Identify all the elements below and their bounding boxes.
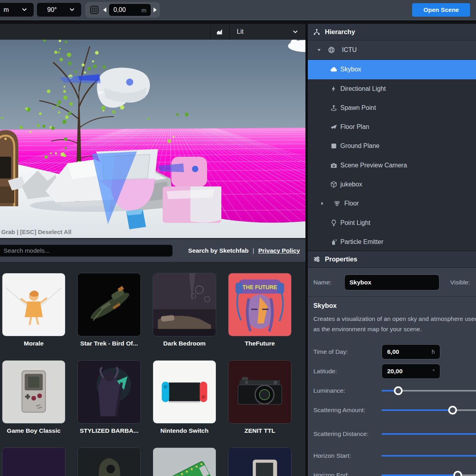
model-thumbnail-circuitboard[interactable] xyxy=(153,447,216,476)
slider-row-horizon-end: Horizon End: xyxy=(313,468,476,476)
cloud-icon xyxy=(330,66,338,73)
slider-track[interactable] xyxy=(382,409,476,411)
field-input-latitude[interactable]: 20,00 ° xyxy=(382,364,440,379)
camera-icon xyxy=(330,161,338,169)
rotation-snap-dropdown[interactable]: 90° xyxy=(36,2,82,17)
slider-track[interactable] xyxy=(382,390,476,392)
step-decrease-arrow[interactable] xyxy=(103,8,106,12)
name-input[interactable]: Skybox xyxy=(344,274,440,290)
model-thumbnail-gameboy[interactable] xyxy=(2,360,65,424)
slider-track[interactable] xyxy=(382,455,476,457)
field-label: Latitude: xyxy=(313,368,382,375)
hierarchy-item-spawn-point[interactable]: Spawn Point xyxy=(308,98,476,117)
model-thumbnail-zenit[interactable] xyxy=(228,360,292,424)
hierarchy-item-label: Floor xyxy=(344,200,359,207)
slider-thumb[interactable] xyxy=(394,386,403,395)
hierarchy-item-label: Floor Plan xyxy=(340,123,369,131)
blue-box-model[interactable] xyxy=(126,209,146,229)
model-label: Dark Bedroom xyxy=(153,340,216,348)
model-thumbnail-switch[interactable] xyxy=(153,360,216,424)
model-thumbnail-starship[interactable] xyxy=(77,273,141,336)
grid-snap-icon[interactable] xyxy=(88,4,100,15)
slider-thumb[interactable] xyxy=(453,471,462,476)
hierarchy-item-ictu[interactable]: ICTU xyxy=(308,40,476,60)
model-card-zenit-ttl: ZENIT TTL xyxy=(228,360,292,435)
properties-panel: Properties Name: Skybox Visible: Skybox … xyxy=(308,251,476,476)
model-label: Star Trek - Bird Of... xyxy=(77,340,141,348)
hierarchy-item-label: Ground Plane xyxy=(340,142,380,150)
hierarchy-header: Hierarchy xyxy=(308,24,476,40)
model-label: ZENIT TTL xyxy=(228,427,292,435)
hierarchy-item-floor[interactable]: Floor xyxy=(308,194,476,213)
chevron-down-icon xyxy=(292,29,298,35)
hierarchy-item-ground-plane[interactable]: Ground Plane xyxy=(308,136,476,155)
bulb-icon xyxy=(330,219,338,226)
hierarchy-item-floor-plan[interactable]: Floor Plan xyxy=(308,117,476,136)
model-card xyxy=(228,447,292,476)
step-value-input[interactable]: 0,00 m xyxy=(109,4,151,16)
hierarchy-item-skybox[interactable]: Skybox xyxy=(308,60,476,79)
step-increase-arrow[interactable] xyxy=(154,8,157,12)
shading-mode-dropdown[interactable]: Lit xyxy=(230,24,305,40)
hierarchy-item-label: Skybox xyxy=(340,66,361,73)
slider-track[interactable] xyxy=(382,433,476,435)
model-thumbnail-barbarian[interactable] xyxy=(77,360,141,424)
hierarchy-item-particle-emitter[interactable]: Particle Emitter xyxy=(308,232,476,251)
hierarchy-item-jukebox[interactable]: jukebox xyxy=(308,175,476,194)
component-title: Skybox xyxy=(313,302,337,309)
caret-right-icon[interactable] xyxy=(320,201,325,206)
properties-icon xyxy=(313,256,320,263)
viewport-toolbar: Lit xyxy=(0,24,305,40)
open-scene-button[interactable]: Open Scene xyxy=(412,3,470,17)
slider-fill xyxy=(382,433,476,435)
cube-icon xyxy=(330,180,338,188)
unit-snap-dropdown[interactable]: m xyxy=(0,2,34,17)
hierarchy-item-label: Particle Emitter xyxy=(340,238,383,246)
hierarchy-item-point-light[interactable]: Point Light xyxy=(308,213,476,232)
model-thumbnail-morale[interactable] xyxy=(2,273,65,336)
field-value: 20,00 xyxy=(387,368,403,375)
search-row: Search by Sketchfab | Privacy Policy xyxy=(0,239,305,262)
viewport-3d[interactable]: Grab | [ESC] Deselect All xyxy=(0,40,305,238)
model-thumbnail-racer[interactable] xyxy=(2,447,65,476)
hierarchy-item-label: ICTU xyxy=(342,46,357,54)
caret-down-icon[interactable] xyxy=(317,48,322,53)
sky xyxy=(0,40,305,135)
field-row-time-of-day: Time of Day: 6,00 h xyxy=(313,344,476,359)
slider-label: Luminance: xyxy=(313,386,382,395)
search-input[interactable] xyxy=(0,245,173,257)
model-card xyxy=(2,447,65,476)
model-thumbnail-hooded[interactable] xyxy=(77,447,141,476)
slider-fill xyxy=(382,474,458,476)
slider-row-scattering-distance: Scattering Distance: xyxy=(313,424,476,444)
chevron-down-icon xyxy=(69,7,75,13)
privacy-policy-link[interactable]: Privacy Policy xyxy=(258,247,300,254)
slider-fill xyxy=(382,455,476,457)
model-card-stylized-barba: STYLIZED BARBA... xyxy=(77,360,141,435)
slider-label: Scattering Amount: xyxy=(313,406,382,415)
shading-mode-value: Lit xyxy=(237,28,244,35)
stats-icon[interactable] xyxy=(211,24,229,40)
jukebox-model[interactable] xyxy=(0,130,18,206)
grid-snap-group: 0,00 m xyxy=(85,2,160,18)
model-thumbnail-future[interactable]: THE FUTURE xyxy=(228,273,292,336)
slider-thumb[interactable] xyxy=(448,406,457,415)
scene-canvas xyxy=(0,40,305,238)
properties-body: Name: Skybox Visible: Skybox Creates a v… xyxy=(308,268,476,476)
hierarchy-item-scene-preview-camera[interactable]: Scene Preview Camera xyxy=(308,156,476,175)
model-grid: Morale Star Trek - Bird Of... Dark Bedro… xyxy=(0,262,305,476)
slider-track[interactable] xyxy=(382,474,476,476)
ground-plane-icon xyxy=(330,142,338,150)
model-thumbnail-retro-computer[interactable] xyxy=(228,447,292,476)
model-card-thefuture: THE FUTURE TheFuture xyxy=(228,273,292,348)
field-row-latitude: Latitude: 20,00 ° xyxy=(313,364,476,379)
hierarchy-item-directional-light[interactable]: Directional Light xyxy=(308,79,476,98)
visible-label: Visible: xyxy=(450,279,476,286)
model-label: STYLIZED BARBA... xyxy=(77,427,141,435)
field-unit: h xyxy=(432,349,435,355)
model-thumbnail-bedroom[interactable] xyxy=(153,273,216,336)
model-card-game-boy-classic: Game Boy Classic xyxy=(2,360,65,435)
hierarchy-item-label: Spawn Point xyxy=(340,104,376,111)
field-input-time-of-day[interactable]: 6,00 h xyxy=(382,344,440,359)
model-label: Morale xyxy=(2,340,65,348)
